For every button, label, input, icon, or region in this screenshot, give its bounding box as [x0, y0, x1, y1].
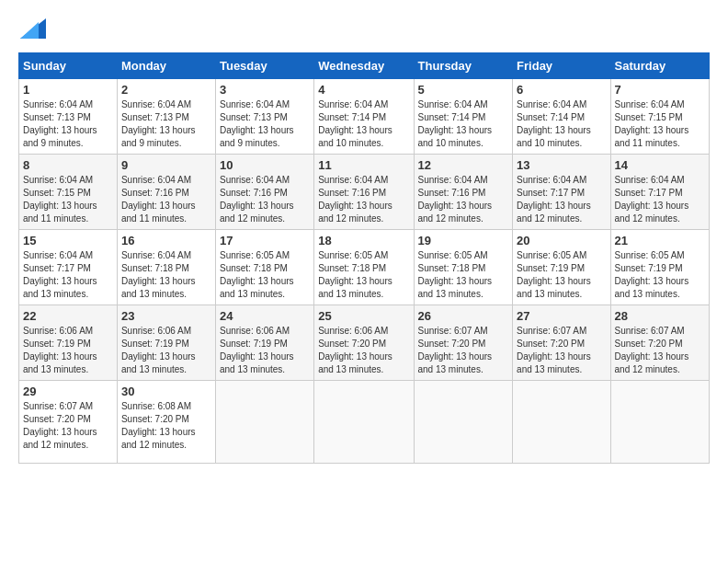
calendar-cell: 10Sunrise: 6:04 AMSunset: 7:16 PMDayligh… — [215, 155, 313, 230]
day-info: Sunrise: 6:07 AMSunset: 7:20 PMDaylight:… — [23, 400, 113, 452]
logo — [18, 18, 46, 43]
logo-text — [18, 18, 46, 43]
day-info: Sunrise: 6:05 AMSunset: 7:19 PMDaylight:… — [517, 249, 606, 301]
day-number: 1 — [23, 83, 113, 97]
calendar-cell: 8Sunrise: 6:04 AMSunset: 7:15 PMDaylight… — [19, 155, 118, 230]
calendar-cell: 7Sunrise: 6:04 AMSunset: 7:15 PMDaylight… — [610, 79, 709, 155]
day-info: Sunrise: 6:04 AMSunset: 7:17 PMDaylight:… — [615, 174, 705, 225]
svg-marker-1 — [20, 22, 39, 39]
day-info: Sunrise: 6:05 AMSunset: 7:18 PMDaylight:… — [318, 249, 409, 301]
day-number: 2 — [121, 83, 211, 97]
weekday-header-saturday: Saturday — [610, 53, 709, 79]
day-number: 14 — [615, 158, 705, 172]
calendar-cell: 28Sunrise: 6:07 AMSunset: 7:20 PMDayligh… — [610, 305, 709, 381]
calendar-cell: 23Sunrise: 6:06 AMSunset: 7:19 PMDayligh… — [117, 305, 215, 381]
calendar-cell: 15Sunrise: 6:04 AMSunset: 7:17 PMDayligh… — [19, 230, 118, 305]
calendar-cell: 25Sunrise: 6:06 AMSunset: 7:20 PMDayligh… — [314, 305, 414, 381]
day-info: Sunrise: 6:04 AMSunset: 7:16 PMDaylight:… — [220, 174, 310, 225]
day-info: Sunrise: 6:07 AMSunset: 7:20 PMDaylight:… — [517, 325, 606, 376]
calendar-cell: 20Sunrise: 6:05 AMSunset: 7:19 PMDayligh… — [513, 230, 610, 305]
day-number: 25 — [318, 309, 409, 323]
day-number: 4 — [318, 83, 409, 97]
day-number: 26 — [418, 309, 509, 323]
weekday-header-sunday: Sunday — [19, 53, 118, 79]
day-number: 19 — [418, 234, 509, 247]
day-info: Sunrise: 6:07 AMSunset: 7:20 PMDaylight:… — [615, 325, 705, 376]
day-info: Sunrise: 6:04 AMSunset: 7:14 PMDaylight:… — [318, 98, 409, 150]
calendar-cell: 4Sunrise: 6:04 AMSunset: 7:14 PMDaylight… — [314, 79, 414, 155]
day-info: Sunrise: 6:04 AMSunset: 7:16 PMDaylight:… — [121, 174, 211, 225]
day-info: Sunrise: 6:05 AMSunset: 7:18 PMDaylight:… — [220, 249, 310, 301]
calendar-cell: 26Sunrise: 6:07 AMSunset: 7:20 PMDayligh… — [414, 305, 513, 381]
weekday-header-friday: Friday — [513, 53, 610, 79]
calendar-cell: 22Sunrise: 6:06 AMSunset: 7:19 PMDayligh… — [19, 305, 118, 381]
day-number: 24 — [220, 309, 310, 323]
weekday-header-row: SundayMondayTuesdayWednesdayThursdayFrid… — [19, 53, 710, 79]
day-number: 16 — [121, 234, 211, 247]
calendar-cell: 11Sunrise: 6:04 AMSunset: 7:16 PMDayligh… — [314, 155, 414, 230]
calendar-cell — [513, 381, 610, 464]
calendar-cell: 30Sunrise: 6:08 AMSunset: 7:20 PMDayligh… — [117, 381, 215, 464]
weekday-header-wednesday: Wednesday — [314, 53, 414, 79]
day-info: Sunrise: 6:06 AMSunset: 7:19 PMDaylight:… — [23, 325, 113, 376]
calendar-cell: 19Sunrise: 6:05 AMSunset: 7:18 PMDayligh… — [414, 230, 513, 305]
day-info: Sunrise: 6:04 AMSunset: 7:15 PMDaylight:… — [615, 98, 705, 150]
calendar-cell: 21Sunrise: 6:05 AMSunset: 7:19 PMDayligh… — [610, 230, 709, 305]
calendar-cell: 3Sunrise: 6:04 AMSunset: 7:13 PMDaylight… — [215, 79, 313, 155]
calendar-cell — [414, 381, 513, 464]
day-info: Sunrise: 6:07 AMSunset: 7:20 PMDaylight:… — [418, 325, 509, 376]
day-info: Sunrise: 6:05 AMSunset: 7:18 PMDaylight:… — [418, 249, 509, 301]
calendar-cell: 27Sunrise: 6:07 AMSunset: 7:20 PMDayligh… — [513, 305, 610, 381]
calendar-cell: 9Sunrise: 6:04 AMSunset: 7:16 PMDaylight… — [117, 155, 215, 230]
logo-icon — [20, 18, 46, 39]
day-info: Sunrise: 6:06 AMSunset: 7:20 PMDaylight:… — [318, 325, 409, 376]
day-number: 9 — [121, 158, 211, 172]
calendar-cell: 6Sunrise: 6:04 AMSunset: 7:14 PMDaylight… — [513, 79, 610, 155]
day-number: 10 — [220, 158, 310, 172]
day-number: 30 — [121, 385, 211, 398]
day-info: Sunrise: 6:08 AMSunset: 7:20 PMDaylight:… — [121, 400, 211, 452]
calendar-cell: 14Sunrise: 6:04 AMSunset: 7:17 PMDayligh… — [610, 155, 709, 230]
day-number: 5 — [418, 83, 509, 97]
calendar-cell — [610, 381, 709, 464]
calendar-cell: 12Sunrise: 6:04 AMSunset: 7:16 PMDayligh… — [414, 155, 513, 230]
calendar-cell: 13Sunrise: 6:04 AMSunset: 7:17 PMDayligh… — [513, 155, 610, 230]
day-number: 18 — [318, 234, 409, 247]
day-info: Sunrise: 6:04 AMSunset: 7:13 PMDaylight:… — [220, 98, 310, 150]
day-number: 21 — [615, 234, 705, 247]
day-number: 3 — [220, 83, 310, 97]
day-number: 11 — [318, 158, 409, 172]
weekday-header-monday: Monday — [117, 53, 215, 79]
day-info: Sunrise: 6:06 AMSunset: 7:19 PMDaylight:… — [121, 325, 211, 376]
day-info: Sunrise: 6:04 AMSunset: 7:14 PMDaylight:… — [517, 98, 606, 150]
week-row-5: 29Sunrise: 6:07 AMSunset: 7:20 PMDayligh… — [19, 381, 710, 464]
day-number: 22 — [23, 309, 113, 323]
day-number: 6 — [517, 83, 606, 97]
day-number: 15 — [23, 234, 113, 247]
header — [18, 18, 710, 43]
calendar-table: SundayMondayTuesdayWednesdayThursdayFrid… — [18, 52, 710, 464]
calendar-cell: 18Sunrise: 6:05 AMSunset: 7:18 PMDayligh… — [314, 230, 414, 305]
day-info: Sunrise: 6:04 AMSunset: 7:16 PMDaylight:… — [318, 174, 409, 225]
calendar-cell: 2Sunrise: 6:04 AMSunset: 7:13 PMDaylight… — [117, 79, 215, 155]
day-info: Sunrise: 6:04 AMSunset: 7:16 PMDaylight:… — [418, 174, 509, 225]
day-number: 27 — [517, 309, 606, 323]
weekday-header-tuesday: Tuesday — [215, 53, 313, 79]
day-number: 28 — [615, 309, 705, 323]
calendar-cell: 16Sunrise: 6:04 AMSunset: 7:18 PMDayligh… — [117, 230, 215, 305]
weekday-header-thursday: Thursday — [414, 53, 513, 79]
day-number: 29 — [23, 385, 113, 398]
calendar-cell — [314, 381, 414, 464]
week-row-3: 15Sunrise: 6:04 AMSunset: 7:17 PMDayligh… — [19, 230, 710, 305]
day-info: Sunrise: 6:04 AMSunset: 7:14 PMDaylight:… — [418, 98, 509, 150]
calendar-cell: 17Sunrise: 6:05 AMSunset: 7:18 PMDayligh… — [215, 230, 313, 305]
calendar-cell: 29Sunrise: 6:07 AMSunset: 7:20 PMDayligh… — [19, 381, 118, 464]
day-number: 7 — [615, 83, 705, 97]
day-info: Sunrise: 6:04 AMSunset: 7:13 PMDaylight:… — [23, 98, 113, 150]
day-info: Sunrise: 6:04 AMSunset: 7:15 PMDaylight:… — [23, 174, 113, 225]
day-info: Sunrise: 6:05 AMSunset: 7:19 PMDaylight:… — [615, 249, 705, 301]
calendar-cell: 24Sunrise: 6:06 AMSunset: 7:19 PMDayligh… — [215, 305, 313, 381]
day-info: Sunrise: 6:04 AMSunset: 7:17 PMDaylight:… — [517, 174, 606, 225]
day-number: 17 — [220, 234, 310, 247]
day-number: 23 — [121, 309, 211, 323]
